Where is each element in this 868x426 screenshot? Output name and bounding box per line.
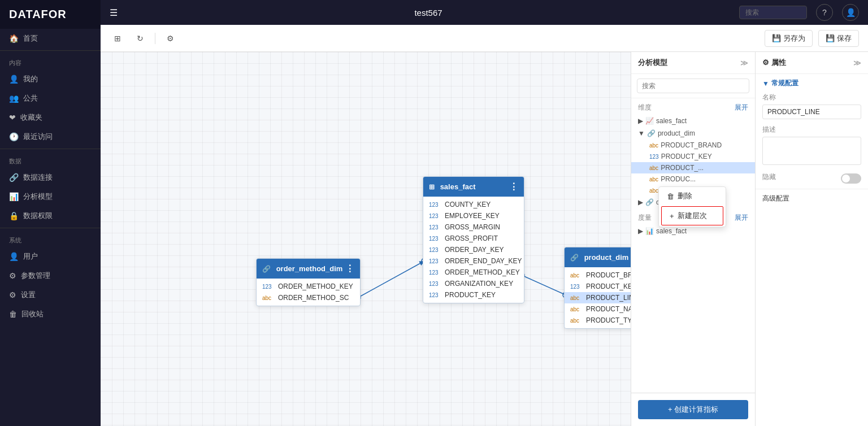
table-body-product-dim: abcPRODUCT_BRAND 123PRODUCT_KEY abcPRODU…	[565, 267, 631, 328]
sub-tree-item-product-name[interactable]: abc PRODUC...	[631, 173, 755, 185]
context-menu: 🗑 删除 + 新建层次	[658, 186, 726, 227]
sidebar-item-data-permission[interactable]: 🔒 数据权限	[0, 206, 101, 225]
arrow-icon: ▶	[638, 117, 643, 125]
database-icon: 🔗	[9, 173, 19, 182]
tree-item-product-dim[interactable]: ▼ 🔗 product_dim	[631, 127, 755, 140]
attr-section-title: ▼ 常规配置	[762, 79, 861, 88]
svg-line-1	[522, 275, 566, 295]
measure-expand-button[interactable]: 展开	[735, 213, 748, 223]
menu-icon[interactable]: ☰	[110, 7, 118, 18]
refresh-button[interactable]: ↻	[132, 32, 148, 45]
advanced-config: 高级配置	[756, 189, 868, 208]
table-header-order-method[interactable]: 🔗 order_method_dim ⋮	[257, 259, 360, 279]
field-name: COUNTY_KEY	[445, 201, 491, 208]
table-header-sales-fact[interactable]: ⊞ sales_fact ⋮	[423, 177, 524, 197]
table-row[interactable]: abcPRODUCT_TYPE	[565, 315, 631, 326]
table-more-icon[interactable]: ⋮	[345, 263, 354, 274]
table-title: product_dim	[584, 253, 629, 262]
sidebar-data-label: 数据	[0, 151, 101, 168]
recycle-icon: 🗑	[9, 310, 17, 319]
sidebar-item-mine[interactable]: 👤 我的	[0, 69, 101, 89]
settings-button[interactable]: ⚙	[162, 32, 179, 45]
table-view-button[interactable]: ⊞	[110, 32, 125, 45]
desc-textarea[interactable]	[762, 137, 861, 165]
create-metric-button[interactable]: + 创建计算指标	[638, 400, 748, 419]
type-badge: 123	[429, 281, 442, 287]
sidebar-item-recent[interactable]: 🕐 最近访问	[0, 127, 101, 146]
panel-collapse-icon[interactable]: ≫	[740, 59, 748, 67]
panel-title: 分析模型	[638, 58, 667, 68]
sidebar-item-analysis[interactable]: 📊 分析模型	[0, 187, 101, 206]
save-as-button[interactable]: 💾 另存为	[765, 30, 813, 47]
attr-settings-icon: ⚙	[762, 58, 769, 67]
sidebar-item-label: 分析模型	[23, 192, 53, 202]
table-icon: 🔗	[570, 254, 579, 262]
sidebar-item-settings[interactable]: ⚙ 设置	[0, 285, 101, 305]
table-row[interactable]: 123ORDER_METHOD_KEY	[423, 267, 524, 278]
save-button[interactable]: 💾 保存	[818, 30, 859, 47]
table-row-selected[interactable]: abcPRODUCT_LINE	[565, 292, 631, 303]
type-badge: 123	[429, 236, 442, 242]
panel-search-input[interactable]	[637, 79, 749, 93]
dimension-expand-button[interactable]: 展开	[735, 103, 748, 112]
table-row[interactable]: 123COUNTY_KEY	[423, 199, 524, 210]
content-area: ⊞ sales_fact ⋮ 123COUNTY_KEY 123EMPLOYEE…	[101, 52, 868, 426]
context-menu-new-level[interactable]: + 新建层次	[661, 206, 723, 225]
field-name: PRODUCT_BRAND	[586, 271, 631, 279]
sidebar-item-param[interactable]: ⚙ 参数管理	[0, 266, 101, 285]
table-row[interactable]: 123EMPLOYEE_KEY	[423, 210, 524, 221]
global-search-input[interactable]	[739, 6, 807, 19]
tree-icon: 📈	[645, 117, 654, 125]
table-row[interactable]: abcPRODUCT_NAME	[565, 303, 631, 315]
delete-icon: 🗑	[667, 192, 674, 201]
sub-tree-item-product-brand[interactable]: abc PRODUCT_BRAND	[631, 140, 755, 151]
field-name: ORDER_METHOD_KEY	[445, 268, 520, 276]
sidebar-item-recycle[interactable]: 🗑 回收站	[0, 305, 101, 324]
sidebar-item-favorites[interactable]: ❤ 收藏夹	[0, 108, 101, 127]
panel-header: 分析模型 ≫	[631, 52, 755, 74]
table-row[interactable]: abcORDER_METHOD_SC	[257, 292, 360, 303]
field-name: ORDER_METHOD_KEY	[278, 282, 353, 290]
sidebar-item-label: 回收站	[21, 309, 44, 319]
canvas-area[interactable]: ⊞ sales_fact ⋮ 123COUNTY_KEY 123EMPLOYEE…	[101, 52, 631, 426]
public-icon: 👥	[9, 94, 19, 103]
sub-tree-item-product-line[interactable]: abc PRODUCT_...	[631, 162, 755, 173]
attr-section-general: ▼ 常规配置 名称 描述 隐藏	[756, 74, 868, 189]
table-title: sales_fact	[440, 182, 476, 191]
panel-search	[631, 74, 755, 98]
sidebar-item-label: 收藏夹	[20, 112, 42, 123]
type-badge: abc	[570, 306, 584, 312]
attr-collapse-icon[interactable]: ≫	[853, 59, 861, 67]
lock-icon: 🔒	[9, 211, 19, 220]
type-badge: 123	[429, 224, 442, 231]
chart-icon: 📊	[9, 192, 19, 201]
name-label: 名称	[762, 93, 861, 102]
table-row[interactable]: 123ORDER_DAY_KEY	[423, 244, 524, 255]
hide-toggle-switch[interactable]	[841, 173, 861, 184]
name-input[interactable]	[762, 105, 861, 119]
tree-item-sales-fact[interactable]: ▶ 📈 sales_fact	[631, 115, 755, 127]
sidebar-item-db-connect[interactable]: 🔗 数据连接	[0, 168, 101, 187]
sidebar-item-label: 我的	[23, 74, 38, 84]
sidebar-item-users[interactable]: 👤 用户	[0, 247, 101, 266]
panel-footer: + 创建计算指标	[631, 393, 755, 426]
table-row[interactable]: 123ORDER_METHOD_KEY	[257, 281, 360, 292]
sidebar-item-home[interactable]: 🏠 首页	[0, 29, 101, 48]
table-row[interactable]: 123GROSS_MARGIN	[423, 221, 524, 233]
help-button[interactable]: ?	[816, 4, 833, 21]
type-badge: 123	[429, 258, 442, 264]
sub-tree-item-product-key[interactable]: 123 PRODUCT_KEY	[631, 151, 755, 162]
page-title: test567	[127, 8, 730, 18]
table-row[interactable]: 123PRODUCT_KEY	[565, 281, 631, 292]
table-row[interactable]: 123ORGANIZATION_KEY	[423, 278, 524, 289]
table-row[interactable]: 123GROSS_PROFIT	[423, 233, 524, 244]
context-menu-delete[interactable]: 🗑 删除	[659, 187, 726, 205]
table-row[interactable]: 123PRODUCT_KEY	[423, 289, 524, 301]
table-row[interactable]: abcPRODUCT_BRAND	[565, 269, 631, 281]
sidebar-item-label: 最近访问	[23, 132, 53, 142]
user-avatar[interactable]: 👤	[842, 4, 859, 21]
sidebar-item-public[interactable]: 👥 公共	[0, 89, 101, 108]
table-more-icon[interactable]: ⋮	[509, 181, 518, 192]
table-header-product-dim[interactable]: 🔗 product_dim ⋮	[565, 247, 631, 267]
table-row[interactable]: 123ORDER_END_DAY_KEY	[423, 255, 524, 267]
